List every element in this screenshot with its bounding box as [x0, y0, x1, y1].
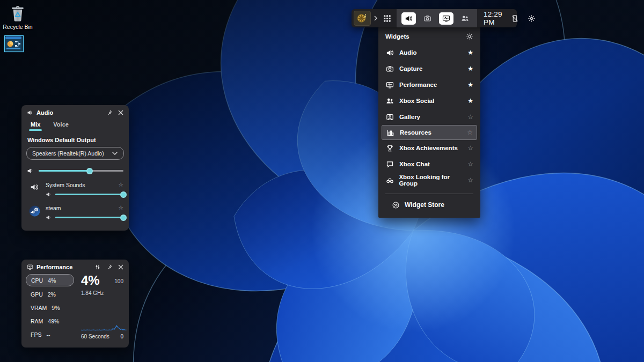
trophy-icon	[385, 144, 394, 152]
metric-vram[interactable]: VRAM 9%	[26, 302, 74, 313]
audio-widget-toggle-button[interactable]	[401, 12, 416, 25]
chat-bubble-icon	[385, 160, 394, 168]
performance-body: CPU 4% GPU 2% VRAM 9% RAM 49% FPS --	[21, 272, 129, 342]
recycle-bin-icon[interactable]: Recycle Bin	[1, 4, 34, 30]
metric-cpu[interactable]: CPU 4%	[26, 274, 74, 286]
menu-item-label: Resources	[400, 129, 431, 136]
menu-item-audio[interactable]: Audio ★	[378, 45, 480, 61]
photo-person-icon	[385, 113, 394, 121]
widgets-grid-icon[interactable]	[380, 12, 393, 25]
speaker-icon	[405, 14, 413, 23]
output-device-select[interactable]: Speakers (Realtek(R) Audio)	[26, 147, 124, 160]
favorite-star-icon[interactable]: ☆	[467, 160, 473, 168]
clock: 12:29 PM	[484, 10, 502, 26]
graph-xlabel: 60 Seconds	[81, 334, 109, 339]
favorite-star-icon[interactable]: ★	[467, 49, 473, 56]
system-monitor-shortcut-icon[interactable]	[4, 35, 24, 52]
steam-app-icon	[27, 204, 42, 220]
menu-item-widget-store[interactable]: Widget Store	[378, 195, 480, 215]
menu-item-label: Xbox Social	[399, 98, 434, 104]
speaker-icon	[385, 49, 394, 57]
performance-widget-toggle-button[interactable]	[439, 12, 453, 25]
menu-item-label: Xbox Achievements	[399, 145, 458, 151]
metric-label: RAM	[31, 318, 43, 324]
metric-value: 4%	[48, 277, 56, 284]
slider-thumb[interactable]	[120, 215, 127, 221]
system-sounds-volume-slider[interactable]	[55, 194, 123, 195]
menu-divider	[385, 194, 473, 194]
favorite-star-icon[interactable]: ☆	[467, 129, 473, 136]
chevron-right-icon[interactable]	[374, 15, 378, 21]
menu-item-label: Audio	[399, 49, 417, 56]
widget-store-icon	[392, 201, 400, 209]
recycle-bin-label: Recycle Bin	[1, 24, 34, 30]
people-icon	[461, 14, 469, 23]
people-icon	[385, 97, 394, 105]
metric-value: 49%	[48, 318, 59, 324]
pin-icon[interactable]	[106, 264, 113, 270]
options-sliders-icon[interactable]	[94, 264, 101, 270]
widget-store-label: Widget Store	[405, 201, 444, 209]
game-icon	[356, 12, 369, 24]
favorite-star-icon[interactable]: ☆	[467, 176, 473, 184]
menu-item-label: Performance	[399, 82, 437, 88]
performance-widget-title: Performance	[36, 264, 72, 270]
toolbar-right-section: 12:29 PM	[477, 10, 542, 26]
metric-value: 2%	[48, 291, 56, 298]
graph-x-axis: 60 Seconds 0	[81, 334, 123, 339]
favorite-star-icon[interactable]: ☆	[467, 113, 473, 121]
menu-item-xbox-chat[interactable]: Xbox Chat ☆	[378, 156, 480, 172]
favorite-star-icon[interactable]: ★	[467, 65, 473, 72]
game-bar-toolbar: 12:29 PM	[352, 9, 517, 27]
speaker-icon	[46, 191, 52, 197]
slider-thumb[interactable]	[120, 191, 127, 198]
metric-gpu[interactable]: GPU 2%	[26, 289, 74, 300]
master-volume-slider[interactable]	[39, 170, 123, 172]
widgets-settings-gear-icon[interactable]	[466, 33, 473, 40]
menu-item-xbox-lfg[interactable]: Xbox Looking for Group ☆	[378, 172, 480, 188]
system-monitor-glyph	[5, 36, 22, 50]
menu-item-resources[interactable]: Resources ☆	[382, 125, 477, 140]
monitor-pulse-icon	[385, 81, 394, 89]
metric-label: GPU	[31, 291, 43, 298]
favorite-star-icon[interactable]: ★	[467, 97, 473, 105]
close-icon[interactable]	[118, 110, 123, 115]
xbox-social-widget-toggle-button[interactable]	[458, 12, 472, 25]
audio-widget-header: Audio	[21, 105, 129, 118]
notifications-off-icon[interactable]	[511, 14, 519, 23]
monitor-pulse-icon	[27, 264, 33, 270]
capture-widget-toggle-button[interactable]	[420, 12, 435, 25]
desktop: Recycle Bin	[0, 0, 644, 362]
menu-item-xbox-social[interactable]: Xbox Social ★	[378, 93, 480, 109]
metric-label: VRAM	[31, 305, 47, 311]
close-icon[interactable]	[118, 264, 123, 270]
active-game-button[interactable]	[354, 11, 371, 26]
performance-widget-header: Performance	[21, 260, 129, 272]
pin-icon[interactable]	[106, 109, 113, 116]
favorite-star-icon[interactable]: ☆	[118, 181, 123, 188]
menu-item-label: Xbox Chat	[399, 161, 430, 167]
slider-thumb[interactable]	[86, 168, 93, 174]
tab-voice[interactable]: Voice	[53, 121, 69, 131]
favorite-star-icon[interactable]: ☆	[118, 204, 123, 211]
widgets-menu: Widgets Audio ★ Capture ★	[378, 27, 480, 218]
metric-ram[interactable]: RAM 49%	[26, 315, 74, 327]
monitor-pulse-icon	[442, 14, 450, 23]
widgets-menu-title: Widgets	[385, 33, 409, 40]
system-sounds-app-icon	[27, 181, 42, 197]
menu-item-performance[interactable]: Performance ★	[378, 77, 480, 93]
channel-row-steam: steam ☆	[27, 204, 123, 220]
menu-item-xbox-achievements[interactable]: Xbox Achievements ☆	[378, 140, 480, 156]
audio-tabs: Mix Voice	[21, 118, 129, 131]
metric-fps[interactable]: FPS --	[26, 329, 74, 340]
favorite-star-icon[interactable]: ☆	[467, 144, 473, 152]
menu-item-gallery[interactable]: Gallery ☆	[378, 109, 480, 125]
toolbar-widget-toggles	[397, 9, 477, 27]
favorite-star-icon[interactable]: ★	[467, 81, 473, 88]
channel-row-system-sounds: System Sounds ☆	[27, 181, 123, 197]
tab-mix[interactable]: Mix	[31, 121, 40, 131]
menu-item-label: Capture	[399, 65, 422, 72]
menu-item-capture[interactable]: Capture ★	[378, 61, 480, 77]
settings-gear-icon[interactable]	[528, 14, 536, 23]
steam-volume-slider[interactable]	[55, 217, 123, 218]
